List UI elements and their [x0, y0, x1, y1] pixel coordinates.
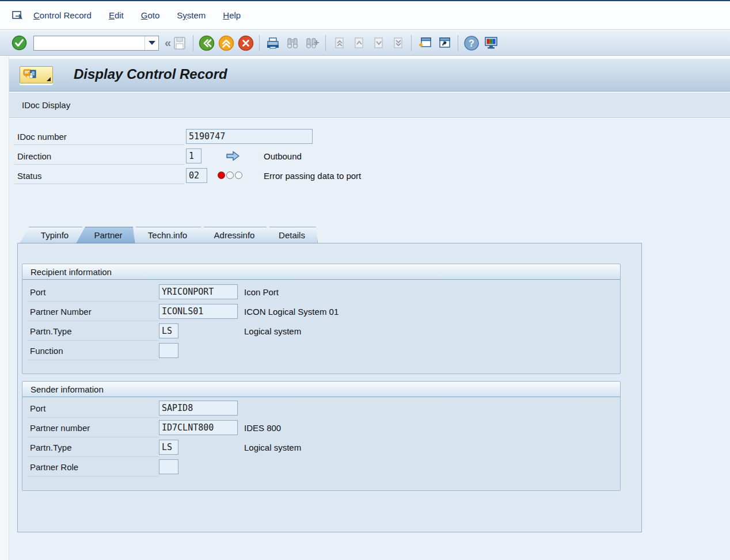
command-dropdown-icon[interactable] — [145, 36, 158, 50]
field-underline — [28, 437, 159, 437]
sender-port-input[interactable] — [159, 401, 238, 416]
menu-bar: Control Record Edit Goto System Help — [0, 1, 730, 30]
recipient-function-input[interactable] — [159, 343, 178, 358]
menu-item-control-record[interactable]: Control Record — [33, 7, 92, 24]
sap-gui-window: Control Record Edit Goto System Help « — [0, 0, 730, 560]
system-menu-icon[interactable] — [10, 9, 25, 22]
field-underline — [28, 340, 159, 341]
sender-group-title: Sender information — [22, 382, 620, 397]
help-icon[interactable]: ? — [462, 33, 481, 53]
application-toolbar: IDoc Display — [9, 92, 730, 118]
menu-item-goto[interactable]: Goto — [141, 7, 160, 24]
status-traffic-light-icon[interactable] — [218, 172, 242, 179]
tab-techn-info[interactable]: Techn.info — [127, 227, 203, 243]
recipient-partner-number-label: Partner Number — [30, 307, 92, 317]
back-icon[interactable] — [197, 33, 216, 53]
direction-label: Direction — [17, 151, 51, 161]
find-next-icon[interactable] — [302, 33, 322, 53]
toolbar-separator — [411, 35, 412, 51]
menu-items: Control Record Edit Goto System Help — [33, 7, 258, 24]
field-underline — [28, 360, 159, 360]
page-up-icon[interactable] — [349, 33, 368, 53]
title-bar: Display Control Record — [9, 59, 730, 92]
exit-icon[interactable] — [216, 33, 236, 53]
page-down-icon[interactable] — [368, 33, 388, 53]
recipient-function-label: Function — [30, 346, 63, 356]
idoc-number-input[interactable] — [186, 129, 313, 144]
field-underline — [14, 164, 184, 165]
status-light-yellow — [226, 172, 234, 179]
menu-item-help[interactable]: Help — [223, 7, 241, 24]
tab-details[interactable]: Details — [260, 227, 318, 243]
services-for-object-icon[interactable] — [20, 66, 53, 83]
enter-icon[interactable] — [9, 33, 29, 53]
print-icon[interactable] — [263, 33, 283, 53]
status-label: Status — [17, 171, 42, 181]
sender-port-label: Port — [30, 403, 46, 413]
recipient-port-input[interactable] — [159, 284, 238, 299]
recipient-partner-type-label: Partn.Type — [30, 326, 72, 336]
new-session-icon[interactable] — [415, 33, 435, 53]
recipient-information-group: Recipient information — [22, 264, 621, 374]
outbound-arrow-icon — [226, 150, 241, 162]
tab-strip: Typinfo Partner Techn.info Adressinfo De… — [20, 227, 318, 243]
status-input[interactable] — [186, 168, 207, 183]
create-shortcut-icon[interactable] — [435, 33, 454, 53]
sender-partner-role-label: Partner Role — [30, 462, 78, 472]
recipient-partner-number-input[interactable] — [159, 304, 238, 319]
recipient-partner-type-input[interactable] — [159, 323, 178, 338]
direction-input[interactable] — [186, 148, 201, 163]
sender-partner-number-desc: IDES 800 — [244, 423, 281, 433]
field-underline — [28, 456, 159, 457]
last-page-icon[interactable] — [388, 33, 408, 53]
app-toolbar-label: IDoc Display — [22, 100, 70, 110]
status-light-green — [235, 172, 242, 179]
recipient-group-title: Recipient information — [22, 264, 620, 280]
command-input[interactable] — [34, 36, 145, 50]
collapse-icon[interactable]: « — [165, 36, 170, 49]
left-gutter — [0, 56, 9, 560]
field-underline — [28, 321, 159, 321]
standard-toolbar: « — [0, 31, 730, 56]
recipient-partner-number-desc: ICON Logical System 01 — [244, 307, 339, 317]
idoc-number-label: IDoc number — [17, 132, 67, 142]
first-page-icon[interactable] — [329, 33, 349, 53]
command-field[interactable] — [33, 36, 159, 51]
tab-partner[interactable]: Partner — [76, 227, 135, 243]
recipient-port-label: Port — [30, 287, 46, 297]
tab-typinfo[interactable]: Typinfo — [20, 227, 84, 243]
toolbar-separator — [458, 35, 458, 51]
sender-partner-type-label: Partn.Type — [30, 443, 72, 452]
services-menu-corner-icon — [47, 77, 51, 81]
field-underline — [14, 144, 184, 145]
customize-layout-icon[interactable] — [481, 33, 501, 53]
toolbar-separator — [325, 35, 326, 51]
save-icon[interactable] — [170, 33, 189, 53]
toolbar-separator — [259, 35, 260, 51]
menu-item-system[interactable]: System — [177, 7, 206, 24]
status-light-red — [218, 172, 225, 179]
sender-partner-number-label: Partner number — [30, 423, 90, 433]
sender-partner-role-input[interactable] — [159, 459, 178, 474]
cancel-icon[interactable] — [236, 33, 256, 53]
status-text: Error passing data to port — [264, 171, 361, 181]
recipient-port-desc: Icon Port — [244, 287, 279, 297]
direction-text: Outbound — [264, 151, 302, 161]
menu-item-edit[interactable]: Edit — [109, 7, 124, 24]
tab-adressinfo[interactable]: Adressinfo — [195, 227, 268, 243]
field-underline — [28, 417, 159, 418]
sender-information-group: Sender information — [22, 381, 621, 491]
sender-partner-number-input[interactable] — [159, 420, 238, 435]
field-underline — [28, 476, 159, 477]
field-underline — [14, 184, 184, 184]
recipient-partner-type-desc: Logical system — [244, 326, 301, 336]
sender-partner-type-desc: Logical system — [244, 443, 301, 452]
field-underline — [28, 301, 159, 302]
page-title: Display Control Record — [74, 66, 227, 82]
sender-partner-type-input[interactable] — [159, 440, 178, 455]
toolbar-separator — [193, 35, 193, 51]
find-icon[interactable] — [283, 33, 302, 53]
svg-text:?: ? — [469, 39, 474, 48]
